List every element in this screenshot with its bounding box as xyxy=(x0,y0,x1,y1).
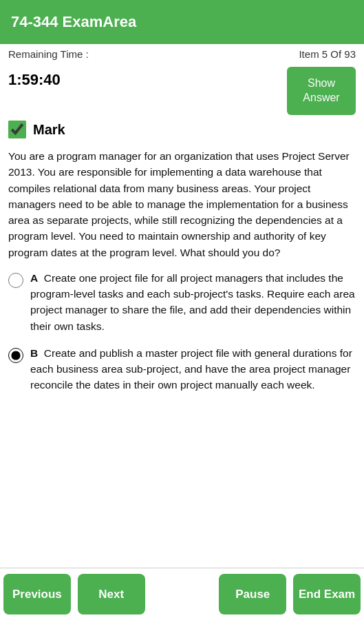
footer: Previous Next Pause End Exam xyxy=(0,568,364,620)
mark-checkbox[interactable] xyxy=(8,121,26,138)
question-text: You are a program manager for an organiz… xyxy=(8,148,356,260)
previous-button[interactable]: Previous xyxy=(3,574,71,614)
option-b-radio[interactable] xyxy=(8,348,23,363)
next-button[interactable]: Next xyxy=(78,574,145,614)
app-title: 74-344 ExamArea xyxy=(11,13,136,31)
timer-row: 1:59:40 Show Answer xyxy=(0,64,364,118)
show-answer-button[interactable]: Show Answer xyxy=(287,67,356,115)
option-b: B Create and publish a master project fi… xyxy=(8,345,356,393)
footer-spacer xyxy=(149,568,216,620)
timer-display: 1:59:40 xyxy=(8,67,61,89)
pause-button[interactable]: Pause xyxy=(219,574,286,614)
remaining-time-label: Remaining Time : xyxy=(8,48,89,60)
option-a-text: A Create one project file for all projec… xyxy=(30,270,356,334)
option-a-radio[interactable] xyxy=(8,273,23,288)
status-bar: Remaining Time : Item 5 Of 93 xyxy=(0,44,364,64)
app-header: 74-344 ExamArea xyxy=(0,0,364,44)
option-b-text: B Create and publish a master project fi… xyxy=(30,345,356,393)
mark-label: Mark xyxy=(33,122,65,138)
option-a: A Create one project file for all projec… xyxy=(8,270,356,334)
item-counter: Item 5 Of 93 xyxy=(299,48,356,60)
mark-row: Mark xyxy=(0,118,364,144)
question-body: You are a program manager for an organiz… xyxy=(0,144,364,568)
end-exam-button[interactable]: End Exam xyxy=(293,574,361,614)
